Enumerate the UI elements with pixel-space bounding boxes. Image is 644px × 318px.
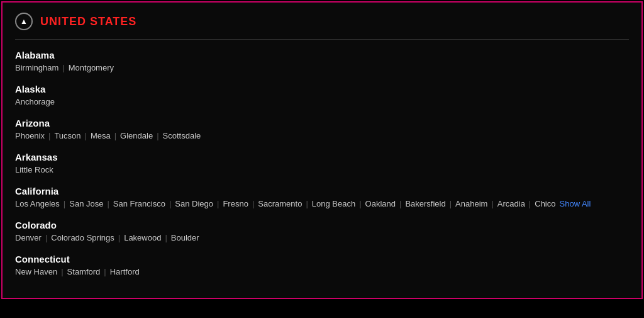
- city-4-5[interactable]: Sacramento: [258, 199, 302, 208]
- city-2-3[interactable]: Glendale: [120, 131, 153, 140]
- city-4-3[interactable]: San Diego: [175, 199, 213, 208]
- city-0-0[interactable]: Birmingham: [15, 63, 58, 72]
- city-separator: |: [529, 199, 531, 208]
- city-6-0[interactable]: New Haven: [15, 267, 57, 276]
- city-3-0[interactable]: Little Rock: [15, 165, 53, 174]
- city-separator: |: [169, 199, 171, 208]
- cities-list-5: Denver|Colorado Springs|Lakewood|Boulder: [15, 233, 629, 242]
- city-4-8[interactable]: Bakersfield: [405, 199, 445, 208]
- cities-list-1: Anchorage: [15, 97, 629, 106]
- chevron-up-icon: ▲: [20, 17, 28, 26]
- state-name-6: Connecticut: [15, 254, 629, 264]
- city-2-0[interactable]: Phoenix: [15, 131, 45, 140]
- city-6-1[interactable]: Stamford: [67, 267, 101, 276]
- city-separator: |: [104, 267, 106, 276]
- city-separator: |: [450, 199, 452, 208]
- city-separator: |: [252, 199, 254, 208]
- header: ▲ UNITED STATES: [15, 13, 629, 30]
- state-name-2: Arizona: [15, 118, 629, 128]
- city-separator: |: [85, 131, 87, 140]
- state-section-arizona: ArizonaPhoenix|Tucson|Mesa|Glendale|Scot…: [15, 118, 629, 140]
- city-5-0[interactable]: Denver: [15, 233, 42, 242]
- city-separator: |: [64, 199, 65, 208]
- city-separator: |: [107, 199, 109, 208]
- city-separator: |: [61, 267, 63, 276]
- cities-list-3: Little Rock: [15, 165, 629, 174]
- state-section-arkansas: ArkansasLittle Rock: [15, 152, 629, 174]
- city-separator: |: [48, 131, 50, 140]
- city-2-2[interactable]: Mesa: [91, 131, 111, 140]
- state-section-california: CaliforniaLos Angeles|San Jose|San Franc…: [15, 186, 629, 208]
- city-separator: |: [62, 63, 64, 72]
- cities-list-2: Phoenix|Tucson|Mesa|Glendale|Scottsdale: [15, 131, 629, 140]
- city-5-2[interactable]: Lakewood: [124, 233, 161, 242]
- city-separator: |: [157, 131, 158, 140]
- states-container: AlabamaBirmingham|MontgomeryAlaskaAnchor…: [15, 50, 629, 276]
- city-2-1[interactable]: Tucson: [54, 131, 80, 140]
- country-title: UNITED STATES: [40, 15, 136, 28]
- city-4-9[interactable]: Anaheim: [455, 199, 487, 208]
- city-4-7[interactable]: Oakland: [365, 199, 396, 208]
- city-4-10[interactable]: Arcadia: [497, 199, 525, 208]
- state-name-0: Alabama: [15, 50, 629, 60]
- state-name-3: Arkansas: [15, 152, 629, 162]
- city-4-4[interactable]: Fresno: [223, 199, 248, 208]
- city-5-3[interactable]: Boulder: [171, 233, 199, 242]
- state-section-colorado: ColoradoDenver|Colorado Springs|Lakewood…: [15, 220, 629, 242]
- city-separator: |: [399, 199, 401, 208]
- main-container: ▲ UNITED STATES AlabamaBirmingham|Montgo…: [1, 1, 643, 299]
- show-all-4[interactable]: Show All: [560, 199, 591, 208]
- city-separator: |: [114, 131, 116, 140]
- city-1-0[interactable]: Anchorage: [15, 97, 55, 106]
- state-name-1: Alaska: [15, 84, 629, 94]
- state-section-alabama: AlabamaBirmingham|Montgomery: [15, 50, 629, 72]
- city-4-6[interactable]: Long Beach: [312, 199, 355, 208]
- city-4-2[interactable]: San Francisco: [113, 199, 165, 208]
- city-0-1[interactable]: Montgomery: [69, 63, 114, 72]
- state-section-alaska: AlaskaAnchorage: [15, 84, 629, 106]
- city-6-2[interactable]: Hartford: [110, 267, 140, 276]
- cities-list-6: New Haven|Stamford|Hartford: [15, 267, 629, 276]
- city-separator: |: [359, 199, 361, 208]
- city-4-0[interactable]: Los Angeles: [15, 199, 60, 208]
- city-separator: |: [306, 199, 308, 208]
- city-separator: |: [217, 199, 219, 208]
- city-2-4[interactable]: Scottsdale: [163, 131, 201, 140]
- city-5-1[interactable]: Colorado Springs: [51, 233, 114, 242]
- cities-list-4: Los Angeles|San Jose|San Francisco|San D…: [15, 199, 629, 208]
- state-name-4: California: [15, 186, 629, 196]
- divider: [15, 39, 629, 40]
- city-separator: |: [165, 233, 167, 242]
- city-4-1[interactable]: San Jose: [69, 199, 103, 208]
- state-name-5: Colorado: [15, 220, 629, 230]
- state-section-connecticut: ConnecticutNew Haven|Stamford|Hartford: [15, 254, 629, 276]
- toggle-button[interactable]: ▲: [15, 13, 33, 30]
- city-4-11[interactable]: Chico: [535, 199, 555, 208]
- city-separator: |: [491, 199, 493, 208]
- city-separator: |: [45, 233, 47, 242]
- city-separator: |: [118, 233, 120, 242]
- cities-list-0: Birmingham|Montgomery: [15, 63, 629, 72]
